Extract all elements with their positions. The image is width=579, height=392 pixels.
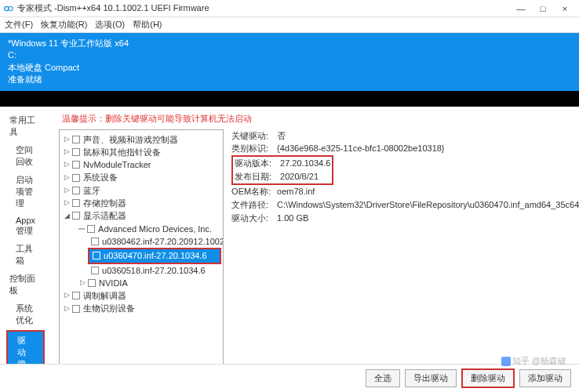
driver-details: 关键驱动:否 类别标识:{4d36e968-e325-11ce-bfc1-080…	[228, 129, 579, 371]
label-size: 驱动大小:	[231, 212, 277, 224]
content: 常用工具 空间回收 启动项管理 Appx管理 工具箱 控制面板 系统优化 驱动管…	[0, 107, 579, 392]
label-version: 驱动版本:	[235, 158, 280, 169]
tree-leaf-driver1[interactable]: u0380462.inf-27.20.20912.1002	[60, 235, 223, 248]
sidebar-item-startup[interactable]: 启动项管理	[0, 171, 51, 212]
tree-node-system[interactable]: ▷系统设备	[60, 171, 223, 183]
label-date: 发布日期:	[235, 171, 280, 183]
value-size: 1.00 GB	[277, 212, 579, 224]
tree-node-nvmodule[interactable]: ▷NvModuleTracker	[60, 158, 223, 171]
tree-node-storage[interactable]: ▷存储控制器	[60, 197, 223, 209]
sidebar-section-tools: 常用工具	[0, 111, 51, 141]
tree-leaf-driver2[interactable]: u0360470.inf-27.20.1034.6	[89, 249, 220, 262]
menu-recover[interactable]: 恢复功能(R)	[41, 19, 87, 31]
tree-node-audio[interactable]: ▷声音、视频和游戏控制器	[60, 133, 223, 146]
warning-text: 温馨提示：删除关键驱动可能导致计算机无法启动	[59, 111, 579, 129]
menu-help[interactable]: 帮助(H)	[133, 19, 162, 31]
minimize-button[interactable]: —	[510, 1, 532, 16]
sidebar-item-appx[interactable]: Appx管理	[0, 212, 51, 240]
tree-node-biometric[interactable]: ▷生物识别设备	[60, 302, 223, 314]
banner-status: 准备就绪	[8, 74, 571, 85]
tree-node-amd[interactable]: Advanced Micro Devices, Inc.	[60, 223, 223, 235]
titlebar: 专家模式 -Dism++x64 10.1.1002.1 UEFI Firmwar…	[0, 0, 579, 17]
label-path: 文件路径:	[231, 199, 277, 211]
sidebar-section-control: 控制面板	[0, 270, 51, 299]
menu-options[interactable]: 选项(O)	[95, 19, 125, 31]
svg-point-1	[9, 6, 13, 10]
banner-disk: 本地硬盘 Compact	[8, 62, 571, 74]
value-path: C:\Windows\System32\DriverStore\FileRepo…	[277, 199, 579, 211]
add-driver-button[interactable]: 添加驱动	[519, 369, 571, 387]
sidebar: 常用工具 空间回收 启动项管理 Appx管理 工具箱 控制面板 系统优化 驱动管…	[0, 107, 51, 392]
close-button[interactable]: ×	[554, 1, 576, 16]
app-icon	[3, 3, 14, 14]
tree-node-mouse[interactable]: ▷鼠标和其他指针设备	[60, 146, 223, 158]
driver-tree[interactable]: ▷声音、视频和游戏控制器 ▷鼠标和其他指针设备 ▷NvModuleTracker…	[59, 129, 224, 371]
value-oem: oem78.inf	[277, 186, 579, 198]
value-critical: 否	[277, 130, 579, 142]
window-title: 专家模式 -Dism++x64 10.1.1002.1 UEFI Firmwar…	[17, 2, 510, 14]
tree-highlight: u0360470.inf-27.20.1034.6	[88, 248, 221, 263]
label-classid: 类别标识:	[231, 143, 277, 154]
main-panel: 温馨提示：删除关键驱动可能导致计算机无法启动 ▷声音、视频和游戏控制器 ▷鼠标和…	[51, 107, 579, 392]
value-classid: {4d36e968-e325-11ce-bfc1-08002be10318}	[277, 143, 579, 154]
menu-file[interactable]: 文件(F)	[5, 19, 33, 31]
footer: 全选 导出驱动 删除驱动 添加驱动	[0, 364, 579, 392]
value-date: 2020/8/21	[280, 171, 330, 183]
banner-os: *Windows 11 专业工作站版 x64	[8, 38, 571, 49]
label-oem: OEM名称:	[231, 186, 277, 198]
tree-node-bluetooth[interactable]: ▷蓝牙	[60, 184, 223, 197]
label-critical: 关键驱动:	[231, 130, 277, 142]
os-banner: *Windows 11 专业工作站版 x64 C: 本地硬盘 Compact 准…	[0, 33, 579, 91]
tree-node-display[interactable]: ◢显示适配器	[60, 209, 223, 222]
svg-point-0	[5, 6, 9, 10]
banner-drive: C:	[8, 49, 571, 61]
sidebar-item-toolbox[interactable]: 工具箱	[0, 240, 51, 270]
menubar: 文件(F) 恢复功能(R) 选项(O) 帮助(H)	[0, 17, 579, 33]
select-all-button[interactable]: 全选	[366, 369, 400, 387]
tree-leaf-driver3[interactable]: u0360518.inf-27.20.1034.6	[60, 264, 223, 277]
sidebar-item-space[interactable]: 空间回收	[0, 141, 51, 171]
sidebar-item-sysopt[interactable]: 系统优化	[0, 299, 51, 329]
export-driver-button[interactable]: 导出驱动	[405, 369, 457, 387]
details-highlight: 驱动版本:27.20.1034.6 发布日期:2020/8/21	[231, 155, 333, 185]
value-version: 27.20.1034.6	[280, 158, 330, 169]
tree-node-modem[interactable]: ▷调制解调器	[60, 289, 223, 302]
maximize-button[interactable]: □	[532, 1, 554, 16]
delete-driver-button[interactable]: 删除驱动	[461, 368, 515, 388]
tree-node-nvidia[interactable]: ▷NVIDIA	[60, 277, 223, 289]
